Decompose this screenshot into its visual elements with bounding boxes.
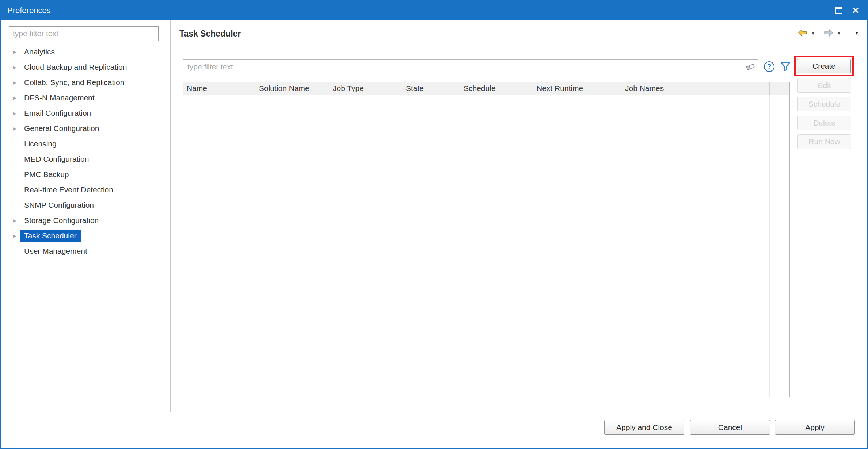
sidebar-filter-input[interactable]	[9, 26, 159, 41]
table-column-area	[329, 95, 402, 397]
create-button[interactable]: Create	[797, 59, 851, 73]
page-title: Task Scheduler	[179, 29, 241, 39]
table-column-area	[255, 95, 329, 397]
task-filter	[183, 59, 758, 74]
forward-icon[interactable]	[824, 29, 833, 37]
sidebar-item-user-management[interactable]: User Management	[1, 243, 170, 259]
expand-icon[interactable]: ▸	[13, 48, 24, 56]
window-controls: ✕	[835, 6, 867, 15]
apply-and-close-button[interactable]: Apply and Close	[604, 420, 684, 435]
column-header-job-type[interactable]: Job Type	[329, 82, 402, 95]
titlebar: Preferences ✕	[1, 1, 867, 20]
dialog-footer: Apply and Close Cancel Apply	[1, 412, 867, 448]
column-header-job-names[interactable]: Job Names	[621, 82, 770, 95]
preferences-tree: ▸ Analytics ▸ Cloud Backup and Replicati…	[1, 44, 170, 259]
expand-icon[interactable]: ▸	[13, 94, 24, 102]
table-column-area	[183, 95, 255, 397]
sidebar-item-label: Storage Configuration	[24, 216, 99, 225]
table-column-area	[533, 95, 621, 397]
table-body	[183, 95, 789, 397]
help-icon[interactable]: ?	[764, 61, 774, 72]
clear-filter-icon[interactable]	[745, 62, 755, 72]
main-panel: Task Scheduler ▼ ▼ ▼ ?	[171, 20, 867, 413]
sidebar-item-cloud-backup-and-replication[interactable]: ▸ Cloud Backup and Replication	[1, 60, 170, 75]
forward-menu-caret-icon[interactable]: ▼	[837, 30, 841, 36]
sidebar-item-email-configuration[interactable]: ▸ Email Configuration	[1, 105, 170, 121]
sidebar-item-label: Licensing	[24, 139, 57, 148]
run-now-button[interactable]: Run Now	[797, 134, 851, 149]
apply-button[interactable]: Apply	[775, 420, 855, 435]
sidebar-item-label: MED Configuration	[24, 155, 89, 164]
window-title: Preferences	[1, 6, 51, 15]
table-header: Name Solution Name Job Type State Schedu…	[183, 82, 789, 95]
column-header-state[interactable]: State	[402, 82, 460, 95]
column-header-schedule[interactable]: Schedule	[460, 82, 533, 95]
sidebar-item-general-configuration[interactable]: ▸ General Configuration	[1, 121, 170, 136]
highlight-annotation: Create	[794, 56, 854, 76]
sidebar-item-label: DFS-N Management	[24, 93, 95, 102]
filter-icon[interactable]	[780, 61, 791, 72]
expand-icon[interactable]: ▸	[13, 64, 24, 71]
sidebar-item-label: User Management	[24, 247, 87, 256]
expand-icon[interactable]: ▸	[13, 110, 24, 117]
sidebar-item-label: SNMP Configuration	[24, 201, 94, 210]
sidebar-item-med-configuration[interactable]: MED Configuration	[1, 151, 170, 167]
cancel-button[interactable]: Cancel	[690, 420, 770, 435]
column-header-solution-name[interactable]: Solution Name	[255, 82, 329, 95]
sidebar-item-label: Cloud Backup and Replication	[24, 63, 127, 72]
sidebar-item-task-scheduler[interactable]: ▸ Task Scheduler	[1, 228, 170, 243]
task-table: Name Solution Name Job Type State Schedu…	[183, 82, 790, 397]
preferences-dialog: Preferences ✕ ▸ Analytics ▸ Cloud Backup…	[0, 0, 868, 449]
task-filter-input[interactable]	[183, 59, 758, 74]
sidebar-item-collab-sync-and-replication[interactable]: ▸ Collab, Sync, and Replication	[1, 75, 170, 90]
table-column-area	[770, 95, 789, 397]
sidebar-item-dfsn-management[interactable]: ▸ DFS-N Management	[1, 90, 170, 105]
expand-icon[interactable]: ▸	[13, 217, 24, 224]
maximize-icon[interactable]	[835, 7, 842, 14]
sidebar-item-storage-configuration[interactable]: ▸ Storage Configuration	[1, 213, 170, 228]
sidebar-item-label: General Configuration	[24, 124, 99, 133]
schedule-button[interactable]: Schedule	[797, 97, 851, 111]
sidebar-item-pmc-backup[interactable]: PMC Backup	[1, 167, 170, 182]
delete-button[interactable]: Delete	[797, 116, 851, 130]
edit-button[interactable]: Edit	[797, 78, 851, 93]
sidebar: ▸ Analytics ▸ Cloud Backup and Replicati…	[1, 20, 170, 412]
title-separator	[179, 55, 860, 55]
sidebar-item-label: Real-time Event Detection	[24, 185, 113, 194]
back-menu-caret-icon[interactable]: ▼	[811, 30, 815, 36]
table-column-area	[402, 95, 460, 397]
sidebar-item-label: Email Configuration	[24, 109, 91, 118]
sidebar-item-analytics[interactable]: ▸ Analytics	[1, 44, 170, 60]
table-column-area	[621, 95, 770, 397]
sidebar-item-label: Analytics	[24, 47, 55, 56]
expand-icon[interactable]: ▸	[13, 125, 24, 133]
sidebar-item-licensing[interactable]: Licensing	[1, 136, 170, 151]
sidebar-item-label: Collab, Sync, and Replication	[24, 78, 124, 87]
close-icon[interactable]: ✕	[852, 6, 859, 15]
expand-icon[interactable]: ▸	[13, 79, 24, 87]
sidebar-item-realtime-event-detection[interactable]: Real-time Event Detection	[1, 182, 170, 197]
back-icon[interactable]	[798, 29, 807, 37]
table-column-area	[460, 95, 533, 397]
sidebar-item-label: Task Scheduler	[20, 230, 81, 242]
view-menu-caret-icon[interactable]: ▼	[854, 30, 859, 36]
sidebar-item-label: PMC Backup	[24, 170, 69, 179]
history-navigation: ▼ ▼ ▼	[798, 29, 859, 37]
column-header-filler	[770, 82, 789, 95]
column-header-name[interactable]: Name	[183, 82, 255, 95]
column-header-next-runtime[interactable]: Next Runtime	[533, 82, 621, 95]
sidebar-item-snmp-configuration[interactable]: SNMP Configuration	[1, 197, 170, 213]
